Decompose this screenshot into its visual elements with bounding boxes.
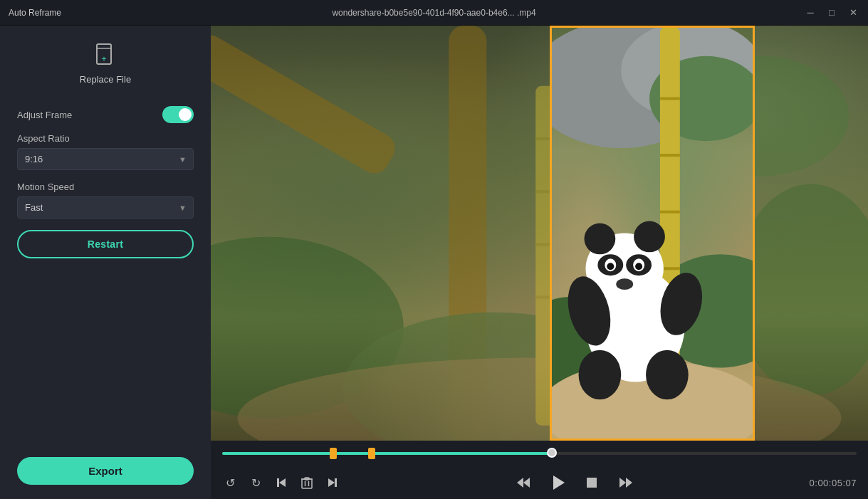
svg-marker-42 (277, 478, 279, 487)
video-viewport (211, 26, 868, 441)
aspect-ratio-select[interactable]: 9:16 1:1 16:9 4:3 3:4 (17, 148, 194, 170)
timeline[interactable] (211, 441, 868, 466)
timeline-thumb[interactable] (547, 448, 557, 458)
undo-button[interactable]: ↺ (222, 475, 238, 490)
svg-marker-55 (626, 478, 632, 488)
step-forward-icon (618, 475, 634, 490)
prev-clip-icon (275, 476, 288, 489)
prev-clip-button[interactable] (273, 475, 289, 490)
svg-marker-51 (517, 478, 523, 488)
step-forward-button[interactable] (615, 472, 637, 493)
close-button[interactable]: ✕ (847, 7, 859, 18)
timeline-progress (222, 452, 552, 455)
controls-bar: ↺ ↻ (211, 441, 868, 499)
titlebar: Auto Reframe wondershare-b0be5e90-401d-4… (0, 0, 868, 26)
aspect-ratio-select-wrapper: 9:16 1:1 16:9 4:3 3:4 ▼ (17, 148, 194, 170)
replace-file-button[interactable]: + Replace File (80, 40, 131, 85)
restart-button[interactable]: Restart (17, 230, 194, 258)
motion-speed-field: Motion Speed Slow Normal Fast ▼ (17, 182, 194, 219)
settings-section: Adjust Frame Aspect Ratio 9:16 1:1 16:9 … (17, 106, 194, 267)
svg-point-9 (736, 184, 868, 396)
replace-file-label: Replace File (80, 74, 131, 85)
stop-button[interactable] (581, 472, 602, 493)
scene-overlay (211, 26, 868, 441)
svg-marker-53 (553, 476, 565, 490)
svg-point-36 (635, 263, 642, 270)
next-clip-icon (326, 476, 339, 489)
svg-marker-49 (335, 478, 337, 487)
delete-clip-button[interactable] (299, 475, 315, 490)
center-controls (340, 472, 810, 493)
play-button[interactable] (547, 472, 568, 493)
crop-inner-scene (552, 28, 753, 438)
svg-point-35 (607, 263, 614, 270)
redo-button[interactable]: ↻ (248, 475, 263, 490)
svg-point-29 (584, 224, 615, 255)
main-content: + Replace File Adjust Frame Aspect Ratio… (0, 26, 868, 499)
next-clip-button[interactable] (325, 475, 340, 490)
video-background (211, 26, 868, 441)
crop-frame (550, 26, 755, 441)
delete-icon (301, 476, 313, 489)
svg-point-41 (646, 350, 689, 400)
motion-speed-select-wrapper: Slow Normal Fast ▼ (17, 196, 194, 219)
app-name: Auto Reframe (9, 8, 66, 18)
motion-speed-select[interactable]: Slow Normal Fast (17, 196, 194, 219)
svg-rect-44 (302, 479, 312, 488)
svg-rect-3 (211, 30, 400, 179)
playback-controls: ↺ ↻ (211, 466, 868, 499)
toggle-thumb (179, 108, 192, 121)
adjust-frame-toggle[interactable] (162, 106, 194, 123)
adjust-frame-label: Adjust Frame (17, 110, 72, 120)
file-title: wondershare-b0be5e90-401d-4f90-aae0-b4e6… (66, 8, 802, 18)
svg-point-37 (616, 278, 633, 290)
left-controls: ↺ ↻ (222, 475, 340, 490)
svg-point-30 (634, 221, 665, 253)
window-controls: ─ □ ✕ (802, 7, 859, 18)
timeline-marker-out[interactable] (368, 448, 375, 459)
svg-marker-50 (328, 478, 335, 487)
svg-marker-43 (279, 478, 286, 487)
sidebar: + Replace File Adjust Frame Aspect Ratio… (0, 26, 211, 499)
play-icon (548, 473, 567, 492)
timeline-marker-in[interactable] (330, 448, 337, 459)
motion-speed-label: Motion Speed (17, 182, 194, 192)
panda-scene-svg (552, 28, 753, 438)
timeline-track[interactable] (222, 452, 857, 455)
aspect-ratio-label: Aspect Ratio (17, 133, 194, 144)
stop-icon (584, 475, 600, 490)
export-button[interactable]: Export (17, 457, 194, 485)
minimize-button[interactable]: ─ (804, 7, 817, 18)
svg-marker-52 (523, 478, 530, 488)
timecode-display: 0:00:05:07 (810, 478, 857, 488)
svg-marker-56 (619, 478, 626, 488)
adjust-frame-row: Adjust Frame (17, 106, 194, 123)
replace-file-icon: + (91, 40, 120, 68)
step-back-icon (516, 475, 531, 490)
aspect-ratio-field: Aspect Ratio 9:16 1:1 16:9 4:3 3:4 ▼ (17, 133, 194, 170)
video-area: ↺ ↻ (211, 26, 868, 499)
svg-point-40 (579, 350, 622, 400)
step-back-button[interactable] (513, 472, 534, 493)
maximize-button[interactable]: □ (825, 7, 838, 18)
svg-text:+: + (101, 54, 106, 64)
svg-rect-54 (587, 478, 597, 488)
